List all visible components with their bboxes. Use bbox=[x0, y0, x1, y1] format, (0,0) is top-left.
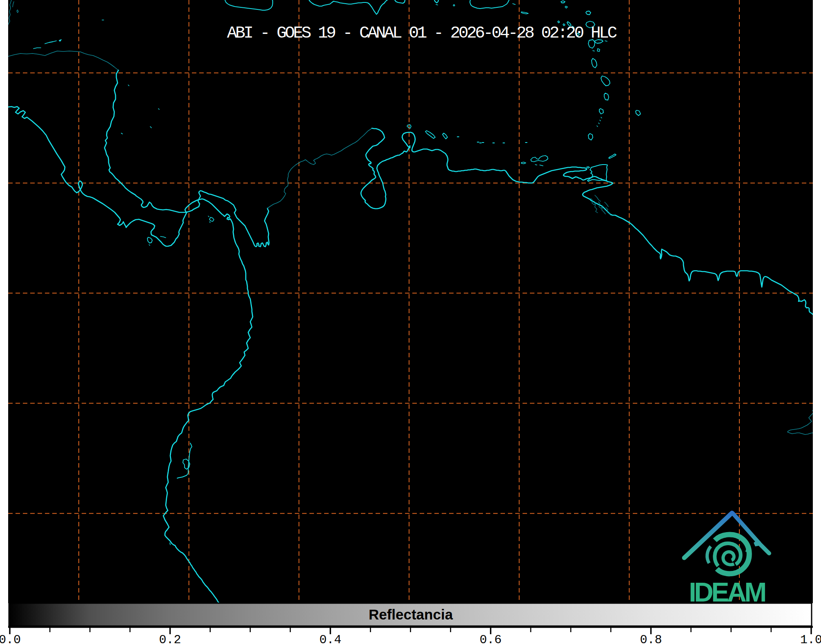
svg-text:Reflectancia: Reflectancia bbox=[369, 606, 453, 622]
svg-text:0.2: 0.2 bbox=[159, 633, 181, 644]
svg-text:1.0: 1.0 bbox=[800, 633, 821, 644]
svg-text:0.4: 0.4 bbox=[319, 633, 341, 644]
svg-text:0.6: 0.6 bbox=[480, 633, 502, 644]
svg-text:0.0: 0.0 bbox=[0, 633, 21, 644]
svg-text:0.8: 0.8 bbox=[640, 633, 662, 644]
svg-text:ABI - GOES 19 - CANAL 01 - 202: ABI - GOES 19 - CANAL 01 - 2026-04-28 02… bbox=[227, 24, 617, 42]
